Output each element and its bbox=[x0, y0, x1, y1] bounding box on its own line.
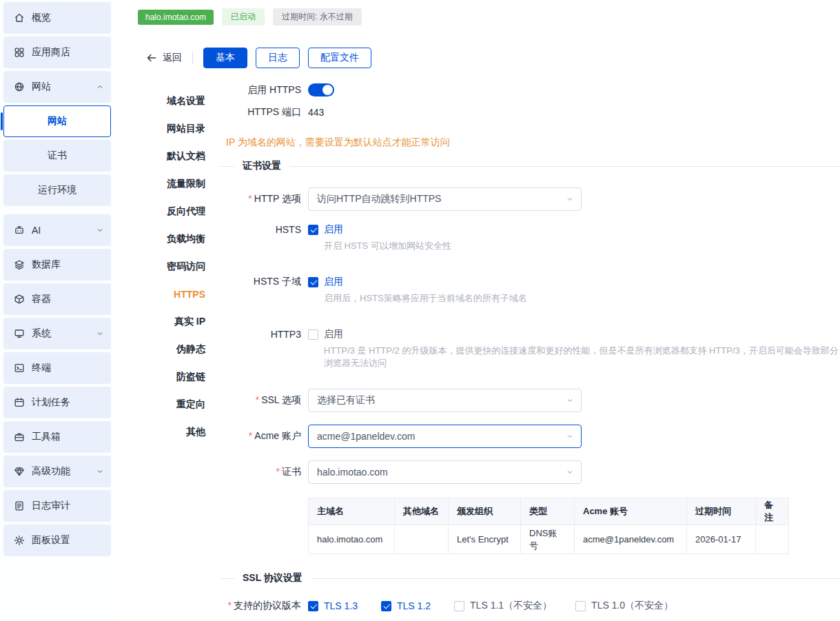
sidebar-item-label: 日志审计 bbox=[32, 500, 70, 512]
hsts-sub-label: HSTS 子域 bbox=[221, 276, 301, 288]
sidebar-item-overview[interactable]: 概览 bbox=[3, 2, 111, 34]
sidebar-item-label: 工具箱 bbox=[32, 431, 61, 443]
certificate-selected-value: halo.imotao.com bbox=[317, 467, 388, 478]
tab-log[interactable]: 日志 bbox=[256, 48, 300, 68]
anchor-item-https[interactable]: HTTPS bbox=[165, 281, 205, 308]
hsts-sub-help-text: 启用后，HSTS策略将应用于当前域名的所有子域名 bbox=[221, 292, 840, 305]
anchor-item-anti-leech[interactable]: 防盗链 bbox=[165, 363, 205, 391]
toolbar: 返回 基本 日志 配置文件 bbox=[114, 48, 840, 68]
globe-icon bbox=[14, 81, 25, 92]
sidebar-subitem-website[interactable]: 网站 bbox=[3, 105, 111, 137]
anchor-item-reverse-proxy[interactable]: 反向代理 bbox=[165, 198, 205, 225]
anchor-item-password-access[interactable]: 密码访问 bbox=[165, 253, 205, 281]
sidebar-item-system[interactable]: 系统 bbox=[3, 318, 111, 349]
hsts-enable-label[interactable]: 启用 bbox=[324, 223, 343, 236]
arrow-left-icon bbox=[146, 52, 157, 63]
anchor-item-rewrite[interactable]: 伪静态 bbox=[165, 336, 205, 363]
https-port-value: 443 bbox=[308, 107, 324, 118]
acme-account-selected-value: acme@1paneldev.com bbox=[317, 431, 415, 442]
anchor-item-domain[interactable]: 域名设置 bbox=[165, 88, 205, 115]
tls10-checkbox[interactable] bbox=[575, 601, 586, 611]
gem-icon bbox=[14, 466, 25, 477]
anchor-item-redirect[interactable]: 重定向 bbox=[165, 391, 205, 418]
sidebar-subitem-runtime[interactable]: 运行环境 bbox=[3, 174, 111, 206]
site-expiry-badge: 过期时间: 永不过期 bbox=[273, 8, 362, 26]
tls12-label[interactable]: TLS 1.2 bbox=[397, 600, 431, 611]
toolbar-divider bbox=[192, 52, 193, 63]
protocol-version-label: *支持的协议版本 bbox=[221, 600, 301, 612]
certificate-select[interactable]: halo.imotao.com bbox=[308, 460, 582, 484]
sidebar-item-advanced[interactable]: 高级功能 bbox=[3, 456, 111, 487]
back-button[interactable]: 返回 bbox=[146, 52, 182, 64]
sidebar-item-appstore[interactable]: 应用商店 bbox=[3, 37, 111, 68]
sidebar-item-label: 计划任务 bbox=[32, 396, 70, 409]
sidebar-item-database[interactable]: 数据库 bbox=[3, 249, 111, 281]
anchor-nav: 域名设置 网站目录 默认文档 流量限制 反向代理 负载均衡 密码访问 HTTPS… bbox=[165, 82, 205, 612]
anchor-item-site-dir[interactable]: 网站目录 bbox=[165, 115, 205, 143]
required-mark: * bbox=[276, 466, 280, 477]
app-window: 概览 应用商店 网站 网站 证书 运行环境 bbox=[0, 0, 840, 621]
sidebar-item-label: AI bbox=[32, 225, 41, 236]
tls11-checkbox[interactable] bbox=[454, 601, 464, 611]
certificate-table: 主域名 其他域名 颁发组织 类型 Acme 账号 过期时间 备注 bbox=[308, 498, 789, 554]
anchor-item-real-ip[interactable]: 真实 IP bbox=[165, 308, 205, 336]
cell-expiry: 2026-01-17 bbox=[687, 525, 756, 554]
tab-config-file[interactable]: 配置文件 bbox=[308, 48, 371, 68]
chevron-down-icon bbox=[96, 467, 104, 476]
sidebar-divider bbox=[0, 209, 114, 214]
anchor-item-other[interactable]: 其他 bbox=[165, 418, 205, 446]
system-icon bbox=[14, 328, 25, 339]
hsts-sub-enable-label[interactable]: 启用 bbox=[324, 276, 343, 288]
sidebar-item-ai[interactable]: AI bbox=[3, 214, 111, 246]
http3-enable-label[interactable]: 启用 bbox=[324, 328, 343, 340]
tls13-checkbox[interactable] bbox=[308, 601, 318, 611]
container-icon bbox=[14, 294, 25, 305]
sidebar-item-settings[interactable]: 面板设置 bbox=[3, 525, 111, 556]
tls11-label[interactable]: TLS 1.1（不安全） bbox=[470, 600, 552, 612]
http3-label: HTTP3 bbox=[221, 329, 301, 340]
tab-basic[interactable]: 基本 bbox=[203, 48, 247, 68]
chevron-down-icon bbox=[566, 432, 574, 440]
sidebar-item-logs[interactable]: 日志审计 bbox=[3, 490, 111, 522]
table-row[interactable]: halo.imotao.com Let's Encrypt DNS账号 acme… bbox=[309, 525, 789, 554]
ai-icon bbox=[14, 225, 25, 236]
col-remark: 备注 bbox=[756, 498, 789, 525]
sidebar-item-toolbox[interactable]: 工具箱 bbox=[3, 421, 111, 453]
sidebar-item-container[interactable]: 容器 bbox=[3, 283, 111, 315]
sidebar-subitem-certificate[interactable]: 证书 bbox=[3, 140, 111, 172]
acme-account-label: *Acme 账户 bbox=[221, 430, 301, 442]
chevron-up-icon bbox=[96, 83, 104, 91]
anchor-item-default-doc[interactable]: 默认文档 bbox=[165, 143, 205, 170]
http3-help-text: HTTP/3 是 HTTP/2 的升级版本，提供更快的连接速度和更好的性能，但是… bbox=[221, 345, 840, 369]
http-option-select[interactable]: 访问HTTP自动跳转到HTTPS bbox=[308, 187, 582, 211]
chevron-down-icon bbox=[566, 468, 574, 476]
col-other-domains: 其他域名 bbox=[395, 498, 449, 525]
sidebar-item-label: 终端 bbox=[32, 362, 51, 374]
ssl-option-select[interactable]: 选择已有证书 bbox=[308, 389, 582, 412]
sidebar-item-terminal[interactable]: 终端 bbox=[3, 352, 111, 384]
tls-version-group: TLS 1.3 TLS 1.2 TLS 1.1（不安全） TLS 1. bbox=[308, 600, 673, 612]
ssl-option-selected-value: 选择已有证书 bbox=[317, 394, 375, 407]
table-header-row: 主域名 其他域名 颁发组织 类型 Acme 账号 过期时间 备注 bbox=[309, 498, 789, 525]
sidebar-item-label: 应用商店 bbox=[32, 46, 70, 59]
acme-account-select[interactable]: acme@1paneldev.com bbox=[308, 425, 582, 448]
https-enable-toggle[interactable] bbox=[308, 83, 334, 96]
tls12-checkbox[interactable] bbox=[381, 601, 391, 611]
http3-checkbox[interactable] bbox=[308, 329, 318, 340]
hsts-checkbox[interactable] bbox=[308, 225, 318, 235]
anchor-item-rate-limit[interactable]: 流量限制 bbox=[165, 170, 205, 198]
sidebar-item-website[interactable]: 网站 bbox=[3, 71, 111, 103]
cell-type: DNS账号 bbox=[521, 525, 575, 554]
sidebar-item-label: 概览 bbox=[32, 12, 51, 24]
site-domain-badge[interactable]: halo.imotao.com bbox=[138, 10, 214, 25]
chevron-down-icon bbox=[96, 226, 104, 234]
hsts-sub-checkbox[interactable] bbox=[308, 277, 318, 287]
sidebar-item-label: 网站 bbox=[32, 81, 51, 93]
cell-other-domains bbox=[395, 525, 449, 554]
anchor-item-load-balance[interactable]: 负载均衡 bbox=[165, 225, 205, 253]
tls13-label[interactable]: TLS 1.3 bbox=[324, 600, 358, 611]
sidebar-subitem-label: 运行环境 bbox=[38, 184, 76, 196]
col-issuer: 颁发组织 bbox=[449, 498, 521, 525]
tls10-label[interactable]: TLS 1.0（不安全） bbox=[591, 600, 673, 612]
sidebar-item-cron[interactable]: 计划任务 bbox=[3, 387, 111, 418]
